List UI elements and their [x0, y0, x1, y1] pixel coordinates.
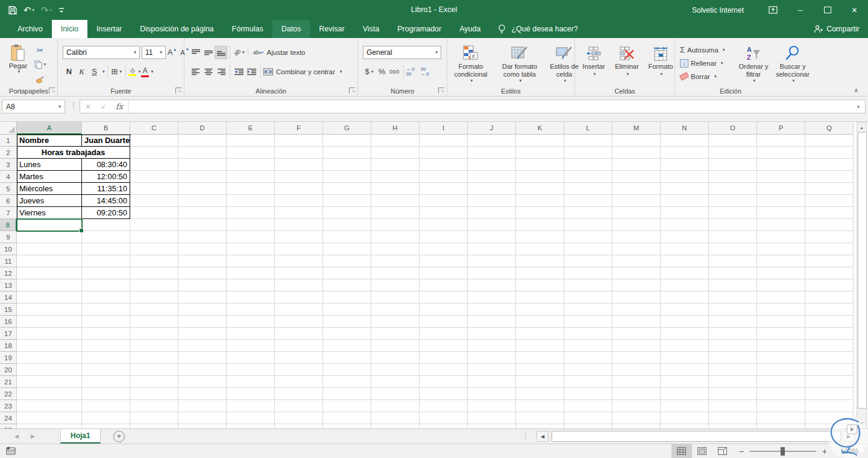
zoom-slider-thumb[interactable]: [781, 447, 785, 456]
row-header-12[interactable]: 12: [0, 267, 17, 279]
cell-Q24[interactable]: [805, 412, 854, 424]
row-header-11[interactable]: 11: [0, 255, 17, 267]
cell-I5[interactable]: [420, 183, 468, 195]
cell-P2[interactable]: [757, 147, 805, 159]
vertical-scroll-thumb[interactable]: [858, 132, 867, 409]
cell-P12[interactable]: [757, 267, 805, 279]
cell-N14[interactable]: [661, 291, 709, 304]
cell-A14[interactable]: [17, 291, 82, 304]
cell-O22[interactable]: [709, 388, 757, 400]
cell-N24[interactable]: [661, 412, 709, 424]
cell-Q21[interactable]: [805, 376, 854, 388]
cell-H9[interactable]: [371, 231, 420, 243]
cell-K14[interactable]: [516, 291, 564, 304]
cell-K13[interactable]: [516, 279, 564, 291]
cell-H19[interactable]: [371, 352, 420, 364]
cell-F17[interactable]: [275, 328, 323, 340]
row-header-22[interactable]: 22: [0, 388, 17, 400]
column-header-L[interactable]: L: [564, 122, 612, 135]
column-header-P[interactable]: P: [757, 122, 805, 135]
cell-B16[interactable]: [82, 316, 130, 328]
underline-button[interactable]: S: [88, 65, 101, 78]
cell-D24[interactable]: [178, 412, 227, 424]
zoom-slider[interactable]: [750, 451, 816, 452]
cell-D17[interactable]: [178, 328, 227, 340]
scroll-down-button[interactable]: ▼: [857, 418, 866, 428]
cell-F11[interactable]: [275, 255, 323, 267]
cell-L11[interactable]: [564, 255, 612, 267]
cell-M20[interactable]: [612, 364, 661, 376]
column-header-I[interactable]: I: [420, 122, 468, 135]
cell-M15[interactable]: [612, 304, 661, 316]
cut-button[interactable]: ✂: [34, 44, 46, 56]
cell-G8[interactable]: [323, 219, 371, 231]
row-header-1[interactable]: 1: [0, 135, 17, 147]
cell-I22[interactable]: [420, 388, 468, 400]
cell-I20[interactable]: [420, 364, 468, 376]
cell-C19[interactable]: [130, 352, 178, 364]
cell-D9[interactable]: [178, 231, 227, 243]
cell-A7[interactable]: Viernes: [17, 207, 82, 219]
cell-D4[interactable]: [178, 171, 227, 183]
font-name-combo[interactable]: Calibri ▾: [63, 46, 140, 59]
cell-G7[interactable]: [323, 207, 371, 219]
cell-J16[interactable]: [468, 316, 516, 328]
insert-cells-button[interactable]: Insertar ▾: [580, 43, 608, 77]
cell-B15[interactable]: [82, 304, 130, 316]
cell-J13[interactable]: [468, 279, 516, 291]
new-sheet-button[interactable]: +: [113, 431, 125, 442]
merge-center-button[interactable]: Combinar y centrar ▾: [263, 65, 342, 78]
cell-A1[interactable]: Nombre: [17, 135, 82, 147]
cell-D5[interactable]: [178, 183, 227, 195]
cell-G4[interactable]: [323, 171, 371, 183]
page-layout-view-button[interactable]: [692, 444, 712, 458]
cell-Q4[interactable]: [805, 171, 854, 183]
cell-L19[interactable]: [564, 352, 612, 364]
cell-P19[interactable]: [757, 352, 805, 364]
zoom-level[interactable]: 100%: [840, 447, 862, 456]
cell-J25[interactable]: [468, 424, 516, 428]
cell-O16[interactable]: [709, 316, 757, 328]
cell-O9[interactable]: [709, 231, 757, 243]
row-header-8[interactable]: 8: [0, 219, 17, 231]
cell-B5[interactable]: 11:35:10: [82, 183, 130, 195]
cell-K15[interactable]: [516, 304, 564, 316]
cell-B18[interactable]: [82, 340, 130, 352]
cell-F18[interactable]: [275, 340, 323, 352]
maximize-button[interactable]: [814, 0, 841, 20]
cell-H10[interactable]: [371, 243, 420, 255]
cell-B19[interactable]: [82, 352, 130, 364]
cell-D12[interactable]: [178, 267, 227, 279]
cell-I23[interactable]: [420, 400, 468, 412]
tab-revisar[interactable]: Revisar: [310, 20, 353, 38]
row-header-6[interactable]: 6: [0, 195, 17, 207]
cell-N25[interactable]: [661, 424, 709, 428]
cell-P13[interactable]: [757, 279, 805, 291]
cell-D22[interactable]: [178, 388, 227, 400]
cell-E1[interactable]: [227, 135, 275, 147]
wrap-text-button[interactable]: ab↩ Ajustar texto: [253, 46, 305, 59]
cell-N4[interactable]: [661, 171, 709, 183]
cell-Q13[interactable]: [805, 279, 854, 291]
cell-O24[interactable]: [709, 412, 757, 424]
column-header-O[interactable]: O: [709, 122, 757, 135]
cell-M25[interactable]: [612, 424, 661, 428]
cell-F16[interactable]: [275, 316, 323, 328]
cell-A19[interactable]: [17, 352, 82, 364]
cell-F13[interactable]: [275, 279, 323, 291]
name-box[interactable]: A8 ▾: [2, 100, 65, 113]
cell-A13[interactable]: [17, 279, 82, 291]
cell-G16[interactable]: [323, 316, 371, 328]
row-header-9[interactable]: 9: [0, 231, 17, 243]
cell-F22[interactable]: [275, 388, 323, 400]
cell-D20[interactable]: [178, 364, 227, 376]
cell-A20[interactable]: [17, 364, 82, 376]
cell-P5[interactable]: [757, 183, 805, 195]
cell-G14[interactable]: [323, 291, 371, 304]
cell-D2[interactable]: [178, 147, 227, 159]
cell-L5[interactable]: [564, 183, 612, 195]
cell-P9[interactable]: [757, 231, 805, 243]
cell-L16[interactable]: [564, 316, 612, 328]
column-header-D[interactable]: D: [178, 122, 227, 135]
cell-N17[interactable]: [661, 328, 709, 340]
